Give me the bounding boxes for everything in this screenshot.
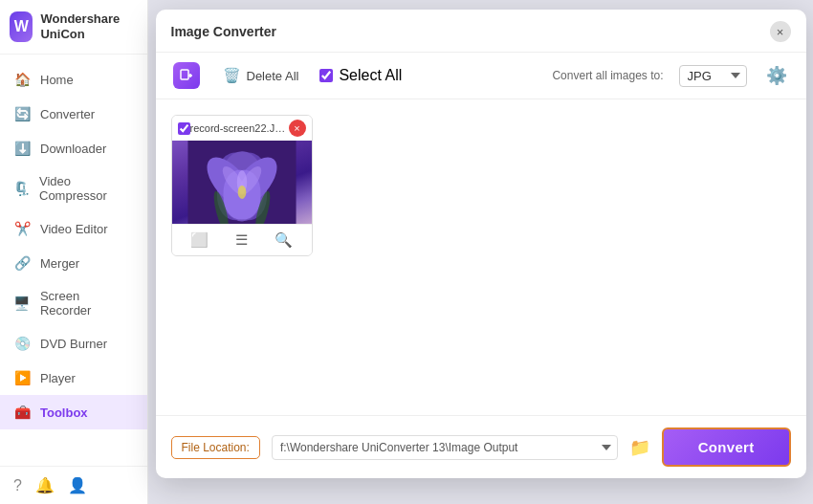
sidebar-item-video-editor[interactable]: ✂️ Video Editor <box>0 211 147 246</box>
card-actions: ⬜ ☰ 🔍 <box>172 224 312 255</box>
sidebar-item-converter[interactable]: 🔄 Converter <box>0 97 147 131</box>
nav-label-screen-recorder: Screen Recorder <box>40 289 134 318</box>
account-icon[interactable]: 👤 <box>68 476 87 494</box>
player-icon: ▶️ <box>13 369 31 386</box>
convert-all-label: Convert all images to: <box>552 69 663 82</box>
sidebar-item-merger[interactable]: 🔗 Merger <box>0 246 147 280</box>
sidebar-item-downloader[interactable]: ⬇️ Downloader <box>0 131 147 165</box>
sidebar-header: W Wondershare UniCon <box>0 0 147 55</box>
card-zoom-button[interactable]: 🔍 <box>269 230 298 251</box>
help-icon[interactable]: ? <box>13 477 22 494</box>
card-filename: record-screen22.JPG <box>190 122 289 134</box>
file-location-label: File Location: <box>171 436 260 459</box>
svg-rect-0 <box>181 70 188 79</box>
main-content: Image Converter × 🗑️ Delete <box>148 0 813 504</box>
sidebar-item-video-compressor[interactable]: 🗜️ Video Compressor <box>0 165 147 211</box>
video-compressor-icon: 🗜️ <box>13 180 30 197</box>
add-files-button[interactable] <box>171 60 202 91</box>
sidebar-footer: ? 🔔 👤 <box>0 466 147 504</box>
select-all-row: Select All <box>319 67 402 84</box>
nav-label-home: Home <box>40 73 74 87</box>
toolbox-icon: 🧰 <box>13 404 31 421</box>
video-editor-icon: ✂️ <box>13 220 31 237</box>
svg-point-14 <box>237 186 246 199</box>
dialog-overlay: Image Converter × 🗑️ Delete <box>148 0 813 504</box>
settings-button[interactable]: ⚙️ <box>762 63 791 88</box>
converter-icon: 🔄 <box>13 105 31 122</box>
nav-label-converter: Converter <box>40 107 95 121</box>
card-close-button[interactable]: × <box>289 120 306 137</box>
merger-icon: 🔗 <box>13 254 31 272</box>
card-image-svg <box>172 141 312 224</box>
dialog: Image Converter × 🗑️ Delete <box>156 10 806 478</box>
dialog-content: record-screen22.JPG × <box>156 99 806 415</box>
sidebar-nav: 🏠 Home 🔄 Converter ⬇️ Downloader 🗜️ Vide… <box>0 55 147 466</box>
sidebar-item-toolbox[interactable]: 🧰 Toolbox <box>0 395 147 429</box>
app-title: Wondershare UniCon <box>40 11 138 41</box>
nav-label-toolbox: Toolbox <box>40 405 88 420</box>
file-path-select[interactable]: f:\Wondershare UniConverter 13\Image Out… <box>272 435 618 460</box>
sidebar-item-player[interactable]: ▶️ Player <box>0 361 147 395</box>
dialog-footer: File Location: f:\Wondershare UniConvert… <box>156 415 806 478</box>
card-settings-button[interactable]: ☰ <box>230 230 253 251</box>
folder-button[interactable]: 📁 <box>629 437 650 458</box>
format-select[interactable]: JPG PNG BMP TIFF WEBP <box>679 65 747 87</box>
nav-label-video-compressor: Video Compressor <box>39 174 134 203</box>
app-logo: W <box>10 11 33 42</box>
image-card-header: record-screen22.JPG × <box>172 116 312 141</box>
sidebar-item-dvd-burner[interactable]: 💿 DVD Burner <box>0 326 147 361</box>
select-all-label: Select All <box>339 67 402 84</box>
dialog-toolbar: 🗑️ Delete All Select All Convert all ima… <box>156 53 806 99</box>
sidebar-item-screen-recorder[interactable]: 🖥️ Screen Recorder <box>0 280 147 326</box>
convert-button[interactable]: Convert <box>662 427 791 467</box>
nav-label-merger: Merger <box>40 256 79 271</box>
home-icon: 🏠 <box>13 71 31 88</box>
screen-recorder-icon: 🖥️ <box>13 295 31 312</box>
sidebar: W Wondershare UniCon 🏠 Home 🔄 Converter … <box>0 0 148 504</box>
delete-all-button[interactable]: 🗑️ Delete All <box>217 63 305 88</box>
select-all-checkbox[interactable] <box>319 69 333 82</box>
sidebar-item-home[interactable]: 🏠 Home <box>0 62 147 97</box>
card-crop-button[interactable]: ⬜ <box>185 230 214 251</box>
logo-letter: W <box>14 18 29 35</box>
image-card: record-screen22.JPG × <box>171 115 313 256</box>
nav-label-dvd-burner: DVD Burner <box>40 337 107 351</box>
nav-label-downloader: Downloader <box>40 142 106 156</box>
add-files-icon <box>173 62 200 89</box>
nav-label-video-editor: Video Editor <box>40 222 108 236</box>
dialog-title: Image Converter <box>171 24 276 39</box>
trash-icon: 🗑️ <box>223 67 241 84</box>
dialog-close-button[interactable]: × <box>770 21 791 42</box>
downloader-icon: ⬇️ <box>13 140 31 157</box>
dvd-burner-icon: 💿 <box>13 335 31 352</box>
bell-icon[interactable]: 🔔 <box>35 476 55 494</box>
nav-label-player: Player <box>40 371 76 385</box>
delete-all-label: Delete All <box>247 69 299 83</box>
dialog-titlebar: Image Converter × <box>156 10 806 53</box>
card-image-area <box>172 141 312 224</box>
card-checkbox[interactable] <box>178 122 190 135</box>
